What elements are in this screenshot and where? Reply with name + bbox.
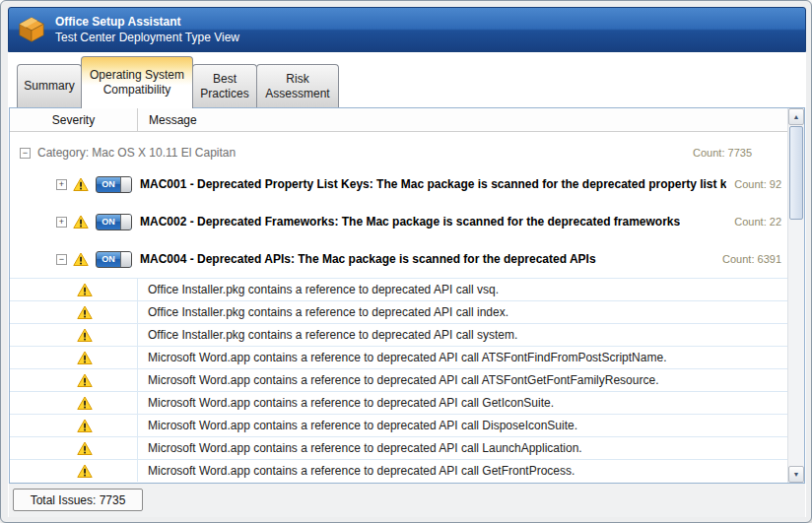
warning-icon (77, 373, 93, 388)
issue-severity-cell (10, 392, 138, 414)
issue-tree: − Category: Mac OS X 10.11 El Capitan Co… (10, 132, 787, 483)
toggle-knob-icon (120, 177, 131, 192)
issue-row[interactable]: Office Installer.pkg contains a referenc… (10, 278, 787, 300)
tab-summary[interactable]: Summary (17, 64, 82, 107)
toggle-knob-icon (120, 215, 131, 229)
rule-title: MAC001 - Deprecated Property List Keys: … (140, 177, 726, 191)
issue-severity-cell (10, 415, 138, 436)
warning-icon (77, 328, 93, 343)
issue-message: Microsoft Word.app contains a reference … (138, 441, 582, 455)
scroll-down-button[interactable]: ▼ (788, 466, 804, 483)
issue-severity-cell (10, 460, 138, 482)
scrollbar-thumb[interactable] (789, 126, 803, 220)
category-row[interactable]: − Category: Mac OS X 10.11 El Capitan Co… (10, 140, 787, 165)
vertical-scrollbar[interactable]: ▲ ▼ (787, 108, 804, 483)
issue-row[interactable]: Microsoft Word.app contains a reference … (10, 436, 787, 459)
issue-message: Office Installer.pkg contains a referenc… (138, 328, 517, 342)
total-issues-box: Total Issues: 7735 (13, 489, 143, 511)
warning-icon (73, 252, 89, 267)
warning-icon (73, 215, 89, 229)
issue-row[interactable]: Microsoft Word.app contains a reference … (10, 414, 787, 436)
app-subtitle: Test Center Deployment Type View (55, 31, 239, 44)
package-icon (17, 15, 46, 44)
tab-risk-assessment[interactable]: Risk Assessment (256, 64, 339, 107)
toggle-on-label: ON (97, 254, 120, 264)
issue-message: Microsoft Word.app contains a reference … (138, 419, 577, 432)
rule-count: Count: 92 (726, 178, 781, 190)
tab-operating-system-compatibility[interactable]: Operating System Compatibility (81, 56, 193, 108)
warning-icon (77, 396, 93, 411)
status-bar: Total Issues: 7735 (9, 484, 805, 517)
tab-strip: Summary Operating System Compatibility B… (17, 56, 338, 108)
column-severity[interactable]: Severity (10, 108, 138, 131)
category-label: Category: Mac OS X 10.11 El Capitan (37, 146, 236, 160)
issue-message: Microsoft Word.app contains a reference … (138, 351, 666, 364)
rule-title: MAC002 - Deprecated Frameworks: The Mac … (140, 215, 680, 229)
rule-count: Count: 6391 (714, 253, 781, 265)
issue-severity-cell (10, 369, 138, 391)
titlebar-text: Office Setup Assistant Test Center Deplo… (55, 15, 239, 44)
issue-message: Office Installer.pkg contains a referenc… (138, 305, 508, 319)
rule-toggle[interactable]: ON (96, 176, 132, 193)
expand-icon[interactable]: + (56, 179, 67, 190)
issue-message: Microsoft Word.app contains a reference … (138, 396, 554, 410)
scroll-up-button[interactable]: ▲ (788, 108, 804, 125)
rule-row-mac001[interactable]: + ON MAC001 - Deprecated Property List K… (10, 165, 787, 203)
tab-best-practices[interactable]: Best Practices (192, 64, 257, 107)
results-panel: Severity Message − Category: Mac OS X 10… (9, 107, 805, 484)
up-arrow-icon: ▲ (793, 113, 800, 120)
issue-row[interactable]: Office Installer.pkg contains a referenc… (10, 300, 787, 323)
warning-icon (77, 441, 93, 456)
issue-message: Office Installer.pkg contains a referenc… (138, 283, 499, 296)
column-header: Severity Message (10, 108, 787, 132)
warning-icon (77, 283, 93, 297)
warning-icon (73, 177, 89, 192)
app-window: Office Setup Assistant Test Center Deplo… (0, 0, 812, 523)
issue-row[interactable]: Office Installer.pkg contains a referenc… (10, 323, 787, 346)
warning-icon (77, 351, 93, 365)
issue-row[interactable]: Microsoft Word.app contains a reference … (10, 368, 787, 391)
issue-message: Microsoft Word.app contains a reference … (138, 464, 575, 478)
warning-icon (77, 464, 93, 479)
app-title: Office Setup Assistant (55, 15, 239, 29)
rule-title: MAC004 - Deprecated APIs: The Mac packag… (140, 252, 596, 266)
issue-message: Microsoft Word.app contains a reference … (138, 373, 658, 387)
titlebar: Office Setup Assistant Test Center Deplo… (8, 7, 806, 52)
rule-toggle[interactable]: ON (96, 251, 132, 268)
column-message[interactable]: Message (139, 108, 787, 131)
warning-icon (77, 419, 93, 433)
issue-severity-cell (10, 324, 138, 346)
client-area: Summary Operating System Compatibility B… (8, 52, 806, 517)
issue-severity-cell (10, 279, 138, 300)
toggle-on-label: ON (97, 217, 120, 227)
issue-row[interactable]: Microsoft Word.app contains a reference … (10, 391, 787, 414)
issue-row[interactable]: Microsoft Word.app contains a reference … (10, 346, 787, 368)
issue-severity-cell (10, 347, 138, 368)
expand-icon[interactable]: + (56, 217, 67, 228)
down-arrow-icon: ▼ (793, 471, 800, 478)
rule-count: Count: 22 (726, 216, 781, 228)
rule-row-mac004[interactable]: − ON MAC004 - Deprecated APIs: The Mac p… (10, 240, 787, 278)
collapse-icon[interactable]: − (20, 148, 31, 159)
category-count: Count: 7735 (693, 147, 752, 159)
collapse-icon[interactable]: − (56, 254, 67, 265)
toggle-knob-icon (120, 252, 131, 267)
rule-toggle[interactable]: ON (96, 214, 132, 230)
toggle-on-label: ON (97, 179, 120, 189)
issue-severity-cell (10, 437, 138, 459)
issue-row[interactable]: Microsoft Word.app contains a reference … (10, 459, 787, 482)
rule-row-mac002[interactable]: + ON MAC002 - Deprecated Frameworks: The… (10, 203, 787, 240)
warning-icon (77, 305, 93, 320)
issue-severity-cell (10, 301, 138, 323)
